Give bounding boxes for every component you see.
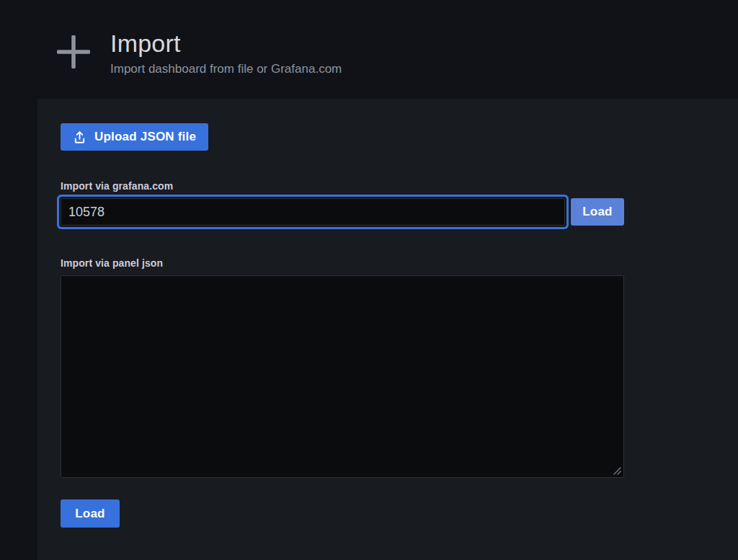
page-title: Import — [110, 30, 342, 57]
panel-json-load-button[interactable]: Load — [61, 499, 120, 528]
panel-json-label: Import via panel json — [61, 257, 738, 269]
upload-json-button-label: Upload JSON file — [94, 130, 196, 144]
panel-json-textarea-wrap — [61, 275, 624, 478]
resize-handle-icon[interactable] — [613, 466, 622, 476]
upload-json-button[interactable]: Upload JSON file — [61, 123, 208, 151]
panel-json-textarea[interactable] — [61, 275, 624, 478]
page-subtitle: Import dashboard from file or Grafana.co… — [110, 62, 342, 76]
gcom-load-button[interactable]: Load — [571, 198, 624, 226]
upload-icon — [73, 130, 86, 144]
gcom-input[interactable] — [61, 198, 565, 226]
page-header: Import Import dashboard from file or Gra… — [0, 0, 738, 99]
content-panel: Upload JSON file Import via grafana.com … — [37, 99, 738, 560]
plus-icon — [57, 35, 90, 68]
gcom-label: Import via grafana.com — [61, 180, 738, 192]
gcom-input-row: Load — [61, 198, 738, 226]
